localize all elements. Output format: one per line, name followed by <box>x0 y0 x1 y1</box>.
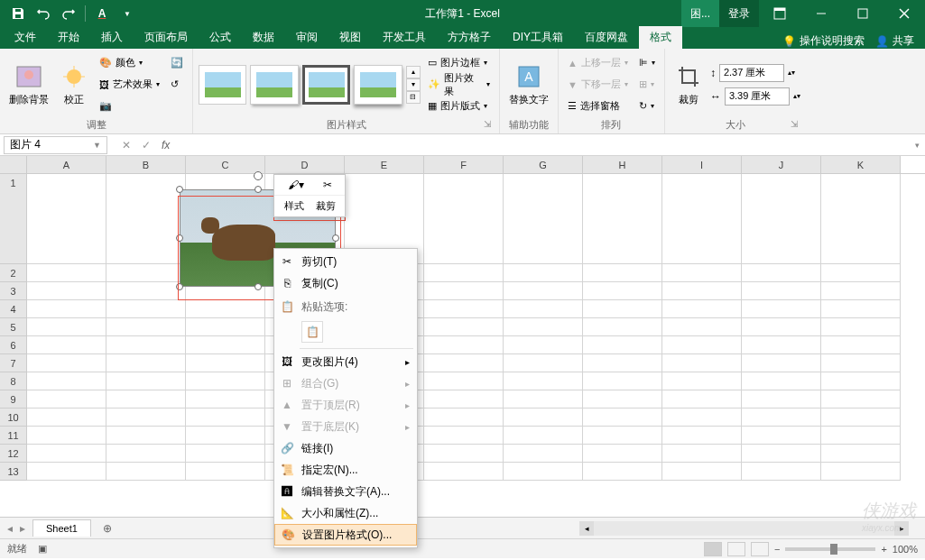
ctx-size-properties[interactable]: 📐大小和属性(Z)... <box>274 502 417 524</box>
width-spinner[interactable]: ▴▾ <box>793 92 800 100</box>
tab-view[interactable]: 视图 <box>328 26 372 49</box>
alt-text-button[interactable]: A 替换文字 <box>505 60 552 108</box>
horizontal-scrollbar[interactable]: ◂ ▸ <box>579 521 909 536</box>
tab-page-layout[interactable]: 页面布局 <box>134 26 199 49</box>
tab-diy[interactable]: DIY工具箱 <box>502 26 574 49</box>
tab-developer[interactable]: 开发工具 <box>372 26 437 49</box>
ctx-cut[interactable]: ✂剪切(T) <box>274 251 417 272</box>
zoom-level[interactable]: 100% <box>893 544 918 555</box>
close-icon[interactable] <box>883 0 925 27</box>
col-header[interactable]: J <box>742 156 821 173</box>
col-header[interactable]: I <box>662 156 742 173</box>
tab-ffgz[interactable]: 方方格子 <box>437 26 502 49</box>
picture-layout-button[interactable]: ▦图片版式▾ <box>424 96 494 116</box>
zoom-in-icon[interactable]: + <box>881 544 886 555</box>
font-color-icon[interactable]: A <box>91 3 113 24</box>
remove-background-button[interactable]: 删除背景 <box>5 60 52 108</box>
macro-record-icon[interactable]: ▣ <box>38 543 47 555</box>
mini-style-label[interactable]: 样式 <box>284 199 304 213</box>
fx-icon[interactable]: fx <box>162 139 170 151</box>
formula-expand-icon[interactable]: ▾ <box>910 141 925 150</box>
col-header[interactable]: F <box>424 156 504 173</box>
col-header[interactable]: H <box>583 156 662 173</box>
resize-handle[interactable] <box>176 234 183 242</box>
crop-button[interactable]: 裁剪 <box>671 60 707 108</box>
ctx-change-picture[interactable]: 🖼更改图片(4)▸ <box>274 351 417 372</box>
tab-home[interactable]: 开始 <box>47 26 90 49</box>
row-header[interactable]: 11 <box>0 427 27 445</box>
tab-nav-last-icon[interactable]: ▸ <box>20 522 25 535</box>
select-all-corner[interactable] <box>0 156 27 173</box>
login-button[interactable]: 登录 <box>719 0 759 27</box>
row-header[interactable]: 12 <box>0 445 27 463</box>
qat-dropdown-icon[interactable]: ▼ <box>116 3 138 24</box>
height-input[interactable]: 2.37 厘米 <box>719 64 784 82</box>
compress-button[interactable]: 📷 <box>96 96 163 116</box>
crop-mini-icon[interactable]: ✂ <box>323 179 332 191</box>
col-header[interactable]: K <box>821 156 901 173</box>
col-header[interactable]: B <box>106 156 186 173</box>
change-picture-button[interactable]: 🔄 <box>167 53 187 73</box>
row-header[interactable]: 9 <box>0 390 27 409</box>
gallery-down-icon[interactable]: ▾ <box>406 78 421 91</box>
accept-formula-icon[interactable]: ✓ <box>142 139 151 151</box>
minimize-icon[interactable] <box>800 0 842 27</box>
name-box-dropdown-icon[interactable]: ▼ <box>93 141 101 150</box>
save-icon[interactable] <box>7 3 29 24</box>
page-layout-view-icon[interactable] <box>727 542 745 556</box>
style-gallery-icon[interactable]: 🖌▾ <box>288 179 304 191</box>
color-button[interactable]: 🎨颜色▾ <box>96 53 163 73</box>
picture-effects-button[interactable]: ✨图片效果▾ <box>424 75 494 95</box>
resize-handle[interactable] <box>254 186 262 193</box>
row-header[interactable]: 3 <box>0 282 27 300</box>
size-launcher-icon[interactable]: ⇲ <box>788 119 800 132</box>
scroll-right-icon[interactable]: ▸ <box>894 521 909 536</box>
ctx-copy[interactable]: ⎘复制(C) <box>274 272 417 294</box>
picture-border-button[interactable]: ▭图片边框▾ <box>424 53 494 73</box>
height-spinner[interactable]: ▴▾ <box>788 69 795 77</box>
cells-area[interactable] <box>27 174 925 481</box>
cancel-formula-icon[interactable]: ✕ <box>122 139 131 151</box>
account-button[interactable]: 困... <box>681 0 719 27</box>
resize-handle[interactable] <box>176 283 183 290</box>
style-thumb-1[interactable] <box>199 65 246 105</box>
tab-format[interactable]: 格式 <box>639 26 682 49</box>
tab-file[interactable]: 文件 <box>4 26 47 49</box>
resize-handle[interactable] <box>332 234 339 242</box>
rotate-handle[interactable] <box>254 171 263 180</box>
zoom-slider[interactable] <box>785 547 875 551</box>
tell-me[interactable]: 💡操作说明搜索 <box>782 33 865 49</box>
rotate-button[interactable]: ↻▾ <box>635 96 659 116</box>
row-header[interactable]: 1 <box>0 174 27 264</box>
col-header[interactable]: G <box>504 156 583 173</box>
artistic-effects-button[interactable]: 🖼艺术效果▾ <box>96 75 163 95</box>
row-header[interactable]: 5 <box>0 318 27 336</box>
row-header[interactable]: 7 <box>0 354 27 372</box>
sheet-tab[interactable]: Sheet1 <box>32 519 91 537</box>
styles-launcher-icon[interactable]: ⇲ <box>481 119 494 132</box>
resize-handle[interactable] <box>176 186 183 193</box>
tab-baidu[interactable]: 百度网盘 <box>574 26 639 49</box>
redo-icon[interactable] <box>58 3 79 24</box>
normal-view-icon[interactable] <box>704 542 722 556</box>
width-input[interactable]: 3.39 厘米 <box>725 87 790 106</box>
name-box[interactable]: 图片 4 ▼ <box>4 136 107 154</box>
tab-data[interactable]: 数据 <box>242 26 285 49</box>
style-thumb-2[interactable] <box>250 65 298 105</box>
col-header[interactable]: C <box>186 156 265 173</box>
scroll-left-icon[interactable]: ◂ <box>579 521 594 536</box>
selection-pane-button[interactable]: ☰选择窗格 <box>564 96 632 116</box>
ctx-link[interactable]: 🔗链接(I) <box>274 437 417 459</box>
row-header[interactable]: 6 <box>0 336 27 354</box>
row-header[interactable]: 2 <box>0 264 27 282</box>
tab-review[interactable]: 审阅 <box>285 26 328 49</box>
align-button[interactable]: ⊫▾ <box>635 53 659 73</box>
ctx-format-picture[interactable]: 🎨设置图片格式(O)... <box>274 524 417 546</box>
zoom-out-icon[interactable]: − <box>774 544 780 555</box>
gallery-up-icon[interactable]: ▴ <box>406 66 421 78</box>
corrections-button[interactable]: 校正 <box>56 60 92 108</box>
undo-icon[interactable] <box>32 3 54 24</box>
tab-formulas[interactable]: 公式 <box>199 26 242 49</box>
ribbon-display-icon[interactable] <box>759 0 800 27</box>
col-header[interactable]: E <box>345 156 424 173</box>
